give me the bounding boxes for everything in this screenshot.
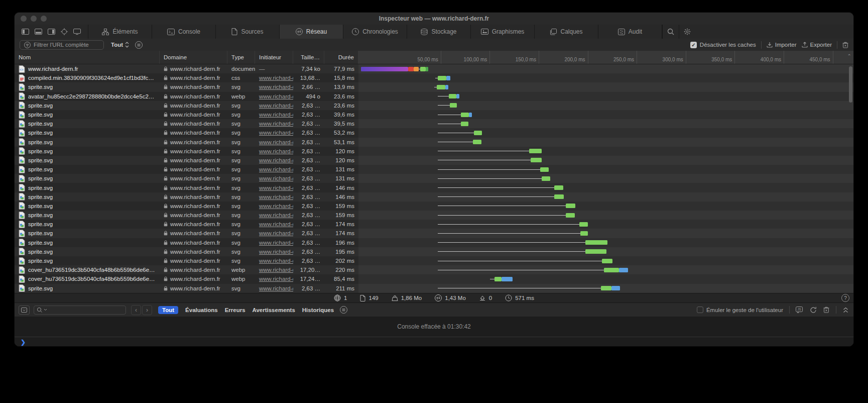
tab-calques[interactable]: Calques [535, 25, 598, 39]
network-row[interactable]: sprite.svgwww.richard-dern.frsvgwww.rich… [15, 110, 853, 119]
network-row[interactable]: sprite.svgwww.richard-dern.frsvgwww.rich… [15, 183, 853, 192]
tab-audit[interactable]: Audit [598, 25, 662, 39]
vertical-scrollbar[interactable] [849, 66, 852, 103]
tab-chronologies[interactable]: Chronologies [343, 25, 407, 39]
network-row[interactable]: cover_hu736519dc3b5040cfa48b6b559b6de6ec… [15, 265, 853, 274]
initiator-link[interactable]: www.richard-d… [259, 230, 293, 236]
network-row[interactable]: avatar_hu85ecc2e298728880b0bde2dcc4e5c23… [15, 92, 853, 101]
expand-console-icon[interactable] [843, 307, 848, 313]
initiator-link[interactable]: www.richard-d… [259, 258, 293, 264]
tab-stockage[interactable]: Stockage [407, 25, 471, 39]
js-context-icon[interactable]: JS [796, 307, 803, 313]
initiator-link[interactable]: www.richard-d… [259, 75, 293, 81]
settings-gear-button[interactable] [679, 25, 695, 39]
element-picker-icon[interactable] [61, 28, 68, 35]
emulate-user-gesture-checkbox[interactable]: Émuler le geste de l'utilisateur [697, 307, 783, 313]
console-scope-tout[interactable]: Tout [158, 306, 178, 314]
tab-sources[interactable]: Sources [216, 25, 280, 39]
columns-menu-button[interactable] [135, 41, 143, 49]
initiator-link[interactable]: www.richard-d… [259, 84, 293, 90]
export-button[interactable]: Exporter [802, 42, 832, 48]
initiator-link[interactable]: www.richard-d… [259, 240, 293, 246]
initiator-link[interactable]: www.richard-d… [259, 212, 293, 218]
initiator-link[interactable]: www.richard-d… [259, 103, 293, 109]
close-window-button[interactable] [21, 16, 27, 22]
initiator-link[interactable]: www.richard-d… [259, 157, 293, 163]
network-row[interactable]: sprite.svgwww.richard-dern.frsvgwww.rich… [15, 192, 853, 201]
network-row[interactable]: cover_hu736519dc3b5040cfa48b6b559b6de6ec… [15, 274, 853, 283]
console-options-button[interactable] [340, 306, 347, 314]
help-button[interactable]: ? [841, 294, 849, 302]
column-header-duree[interactable]: Durée [324, 51, 358, 64]
initiator-link[interactable]: www.richard-d… [259, 285, 293, 291]
initiator-link[interactable]: www.richard-d… [259, 112, 293, 118]
initiator-link[interactable]: www.richard-d… [259, 121, 293, 127]
network-row[interactable]: sprite.svgwww.richard-dern.frsvgwww.rich… [15, 284, 853, 293]
network-row[interactable]: sprite.svgwww.richard-dern.frsvgwww.rich… [15, 174, 853, 183]
initiator-link[interactable]: www.richard-d… [259, 194, 293, 200]
network-row[interactable]: sprite.svgwww.richard-dern.frsvgwww.rich… [15, 220, 853, 229]
initiator-link[interactable]: www.richard-d… [259, 249, 293, 255]
network-row[interactable]: sprite.svgwww.richard-dern.frsvgwww.rich… [15, 229, 853, 238]
network-row[interactable]: sprite.svgwww.richard-dern.frsvgwww.rich… [15, 247, 853, 256]
column-header-nom[interactable]: Nom [15, 51, 160, 64]
console-prompt[interactable]: ❯ [15, 337, 853, 347]
console-scope-erreurs[interactable]: Erreurs [225, 307, 245, 313]
console-scope-évaluations[interactable]: Évaluations [185, 307, 218, 313]
initiator-link[interactable]: www.richard-d… [259, 221, 293, 227]
disable-caches-checkbox[interactable]: ✓ Désactiver les caches [690, 42, 756, 48]
network-row[interactable]: sprite.svgwww.richard-dern.frsvgwww.rich… [15, 201, 853, 211]
resource-type-dropdown[interactable]: Tout [111, 42, 129, 48]
minimize-window-button[interactable] [31, 16, 37, 22]
url-filter-input[interactable]: Filtrer l'URL complète [20, 40, 104, 50]
network-row[interactable]: sprite.svgwww.richard-dern.frsvgwww.rich… [15, 238, 853, 247]
network-row[interactable]: <>www.richard-dern.frwww.richard-dern.fr… [15, 64, 853, 73]
initiator-link[interactable]: www.richard-d… [259, 276, 293, 282]
network-row[interactable]: sprite.svgwww.richard-dern.frsvgwww.rich… [15, 119, 853, 128]
console-filter-button[interactable] [19, 306, 30, 315]
network-row[interactable]: sprite.svgwww.richard-dern.frsvgwww.rich… [15, 147, 853, 156]
window-controls[interactable] [21, 16, 47, 22]
network-row[interactable]: sprite.svgwww.richard-dern.frsvgwww.rich… [15, 101, 853, 110]
column-header-type[interactable]: Type [227, 51, 255, 64]
console-scope-historiques[interactable]: Historiques [302, 307, 334, 313]
network-row[interactable]: compiled.min.38390909f303624ed9e1cf1bd3f… [15, 73, 853, 82]
initiator-link[interactable]: www.richard-d… [259, 267, 293, 273]
dock-right-icon[interactable] [48, 29, 55, 35]
dock-bottom-icon[interactable] [35, 29, 42, 35]
initiator-link[interactable]: www.richard-d… [259, 130, 293, 136]
network-row[interactable]: sprite.svgwww.richard-dern.frsvgwww.rich… [15, 138, 853, 147]
scroll-top-chevron-icon[interactable]: ⌃ [847, 53, 851, 59]
zoom-window-button[interactable] [41, 16, 47, 22]
previous-result-button[interactable]: ‹ [131, 305, 141, 315]
tab-éléments[interactable]: Éléments [88, 25, 152, 39]
tab-console[interactable]: Console [152, 25, 216, 39]
initiator-link[interactable]: www.richard-d… [259, 148, 293, 154]
initiator-link[interactable]: www.richard-d… [259, 203, 293, 209]
console-scope-avertissements[interactable]: Avertissements [253, 307, 295, 313]
tab-réseau[interactable]: Réseau [280, 25, 343, 39]
console-search-input[interactable] [34, 306, 126, 315]
search-button[interactable] [662, 25, 679, 39]
initiator-link[interactable]: www.richard-d… [259, 93, 293, 99]
device-icon[interactable] [73, 29, 81, 35]
clear-network-items-button[interactable] [842, 42, 848, 48]
tab-graphismes[interactable]: Graphismes [471, 25, 535, 39]
initiator-link[interactable]: www.richard-d… [259, 185, 293, 191]
reload-icon[interactable] [810, 307, 817, 314]
column-header-initiateur[interactable]: Initiateur [255, 51, 293, 64]
network-row[interactable]: sprite.svgwww.richard-dern.frsvgwww.rich… [15, 211, 853, 220]
dock-left-icon[interactable] [22, 29, 29, 35]
import-button[interactable]: Importer [767, 42, 797, 48]
network-row[interactable]: sprite.svgwww.richard-dern.frsvgwww.rich… [15, 256, 853, 265]
initiator-link[interactable]: www.richard-d… [259, 166, 293, 172]
network-row[interactable]: sprite.svgwww.richard-dern.frsvgwww.rich… [15, 128, 853, 137]
initiator-link[interactable]: www.richard-d… [259, 175, 293, 181]
column-header-domaine[interactable]: Domaine [160, 51, 227, 64]
next-result-button[interactable]: › [142, 305, 152, 315]
network-row[interactable]: sprite.svgwww.richard-dern.frsvgwww.rich… [15, 82, 853, 91]
trash-icon[interactable] [823, 307, 829, 313]
network-row[interactable]: sprite.svgwww.richard-dern.frsvgwww.rich… [15, 156, 853, 165]
network-row[interactable]: sprite.svgwww.richard-dern.frsvgwww.rich… [15, 165, 853, 174]
initiator-link[interactable]: www.richard-d… [259, 139, 293, 145]
